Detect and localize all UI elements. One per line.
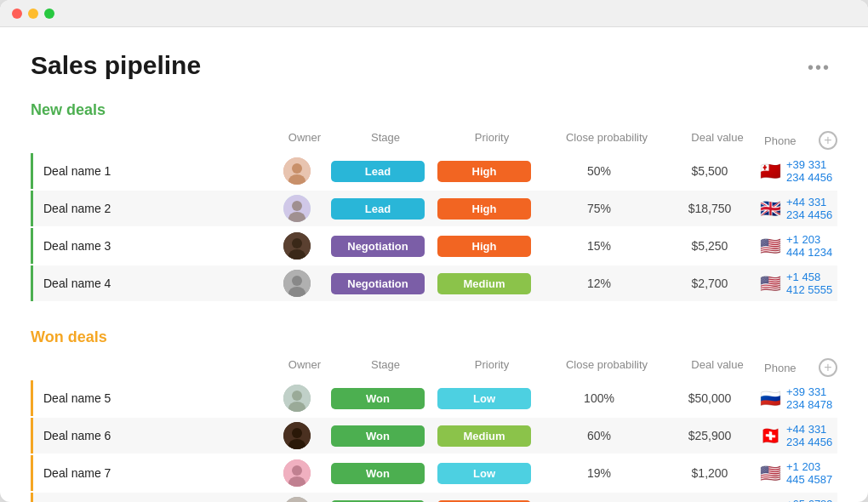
table-row[interactable]: Deal name 5 Won Low 100% $50,000 🇷🇺 +39 … (31, 380, 837, 416)
flag-icon: 🇬🇧 (760, 200, 781, 217)
phone-cell: 🇺🇸 +1 203 445 4587 (757, 460, 837, 486)
stage-badge: Won (323, 425, 433, 447)
deal-owner (271, 497, 323, 502)
deal-name: Deal name 3 (33, 239, 271, 253)
add-new-deal-button[interactable]: + (819, 131, 837, 150)
close-probability: 100% (535, 391, 663, 405)
svg-point-1 (292, 163, 302, 174)
close-probability: 50% (535, 164, 663, 178)
wth-name (41, 358, 279, 377)
table-row[interactable]: Deal name 1 Lead High 50% $5,500 🇹🇴 +39 … (31, 153, 837, 189)
priority-label: Low (437, 388, 531, 409)
minimize-dot[interactable] (28, 9, 38, 19)
deal-name: Deal name 2 (33, 202, 271, 215)
app-window: Sales pipeline ••• New deals Owner Stage… (0, 0, 868, 502)
priority-badge: High (433, 161, 535, 182)
priority-label: Medium (437, 425, 531, 447)
new-deals-table-header: Owner Stage Priority Close probability D… (31, 128, 837, 153)
wth-owner: Owner (279, 358, 330, 377)
maximize-dot[interactable] (44, 9, 54, 19)
phone-number[interactable]: +44 331 234 4456 (786, 196, 837, 221)
deal-owner (271, 157, 323, 185)
phone-cell: 🇨🇭 +44 331 234 4456 (757, 423, 837, 448)
deal-value: $25,900 (663, 429, 757, 442)
priority-label: High (437, 236, 531, 257)
svg-point-10 (292, 276, 302, 286)
phone-number[interactable]: +39 331 234 8478 (786, 385, 837, 411)
svg-point-13 (292, 391, 302, 401)
phone-cell: 🇸🇬 +65 6789 8777 (757, 498, 837, 502)
deal-value: $5,500 (663, 164, 757, 178)
deal-owner (271, 232, 323, 260)
table-row[interactable]: Deal name 7 Won Low 19% $1,200 🇺🇸 +1 203… (31, 455, 837, 491)
phone-number[interactable]: +1 203 444 1234 (786, 233, 837, 259)
flag-icon: 🇷🇺 (760, 390, 781, 407)
stage-badge: Won (323, 463, 433, 484)
close-probability: 12% (535, 277, 663, 290)
deal-owner (271, 270, 323, 297)
svg-point-19 (292, 465, 302, 476)
priority-badge: Low (433, 463, 535, 484)
avatar (283, 497, 311, 502)
priority-label: High (437, 161, 531, 182)
priority-label: Medium (437, 273, 531, 294)
close-dot[interactable] (12, 9, 22, 19)
phone-number[interactable]: +39 331 234 4456 (786, 158, 837, 184)
table-row[interactable]: Deal name 8 Won High 85% $34,550 🇸🇬 +65 … (31, 493, 837, 502)
stage-badge: Won (323, 388, 433, 409)
svg-point-4 (292, 201, 302, 211)
avatar (283, 385, 311, 412)
phone-number[interactable]: +1 203 445 4587 (786, 460, 837, 486)
flag-icon: 🇺🇸 (760, 465, 781, 482)
stage-label: Negotiation (331, 236, 425, 257)
page-header: Sales pipeline ••• (31, 51, 837, 81)
avatar (283, 157, 311, 185)
stage-badge: Lead (323, 161, 433, 182)
priority-label: High (437, 198, 531, 220)
page-title: Sales pipeline (31, 51, 201, 80)
phone-number[interactable]: +44 331 234 4456 (786, 423, 837, 448)
table-row[interactable]: Deal name 2 Lead High 75% $18,750 🇬🇧 +44… (31, 191, 837, 226)
close-probability: 15% (535, 239, 663, 253)
th-phone: Phone (764, 134, 797, 147)
won-deals-section: Won deals Owner Stage Priority Close pro… (31, 328, 837, 502)
priority-badge: High (433, 236, 535, 257)
table-row[interactable]: Deal name 6 Won Medium 60% $25,900 🇨🇭 +4… (31, 418, 837, 454)
wth-stage: Stage (330, 358, 441, 377)
won-deals-rows: Deal name 5 Won Low 100% $50,000 🇷🇺 +39 … (31, 380, 837, 502)
phone-cell: 🇺🇸 +1 203 444 1234 (757, 233, 837, 259)
close-probability: 75% (535, 202, 663, 215)
deal-owner (271, 195, 323, 222)
avatar (283, 232, 311, 260)
deal-value: $2,700 (663, 277, 757, 290)
new-deals-header: New deals (31, 101, 837, 119)
deal-name: Deal name 5 (33, 391, 271, 405)
table-row[interactable]: Deal name 3 Negotiation High 15% $5,250 … (31, 228, 837, 264)
main-content: Sales pipeline ••• New deals Owner Stage… (0, 27, 868, 502)
new-deals-title: New deals (31, 101, 106, 119)
priority-badge: Low (433, 388, 535, 409)
phone-number[interactable]: +65 6789 8777 (786, 498, 837, 502)
stage-badge: Negotiation (323, 236, 433, 257)
deal-owner (271, 422, 323, 449)
phone-number[interactable]: +1 458 412 5555 (786, 271, 837, 296)
priority-badge: Medium (433, 425, 535, 447)
svg-point-7 (292, 238, 302, 248)
stage-label: Won (331, 463, 425, 484)
stage-badge: Lead (323, 198, 433, 220)
avatar (283, 422, 311, 449)
more-button[interactable]: ••• (801, 54, 837, 81)
wth-phone: Phone (764, 362, 797, 374)
wth-value: Deal value (671, 358, 764, 377)
titlebar (0, 0, 868, 27)
deal-value: $18,750 (663, 202, 757, 215)
phone-cell: 🇺🇸 +1 458 412 5555 (757, 271, 837, 296)
stage-label: Won (331, 425, 425, 447)
table-row[interactable]: Deal name 4 Negotiation Medium 12% $2,70… (31, 265, 837, 301)
add-won-deal-button[interactable]: + (819, 358, 837, 377)
avatar (283, 459, 311, 487)
avatar (283, 195, 311, 222)
wth-prob: Close probability (543, 358, 671, 377)
new-deals-section: New deals Owner Stage Priority Close pro… (31, 101, 837, 301)
flag-icon: 🇹🇴 (760, 163, 781, 180)
